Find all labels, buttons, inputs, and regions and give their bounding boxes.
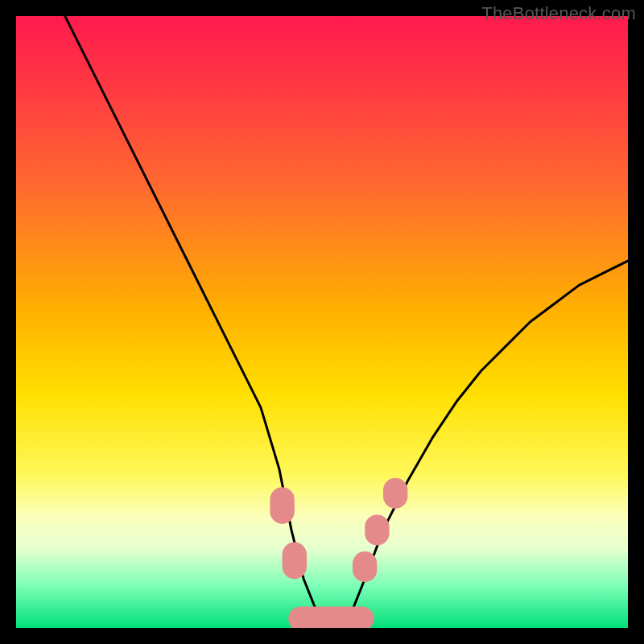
markers-group	[270, 478, 407, 628]
marker-right-upper	[383, 478, 407, 509]
marker-right-mid	[365, 514, 389, 545]
curve-line	[65, 16, 628, 621]
marker-left-upper	[270, 487, 294, 524]
curve-path	[65, 16, 628, 621]
chart-stage: TheBottleneck.com	[0, 0, 644, 644]
plot-svg	[16, 16, 628, 628]
marker-bottom-bar	[288, 606, 374, 628]
marker-left-lower	[283, 543, 307, 580]
marker-right-lower	[353, 551, 377, 582]
